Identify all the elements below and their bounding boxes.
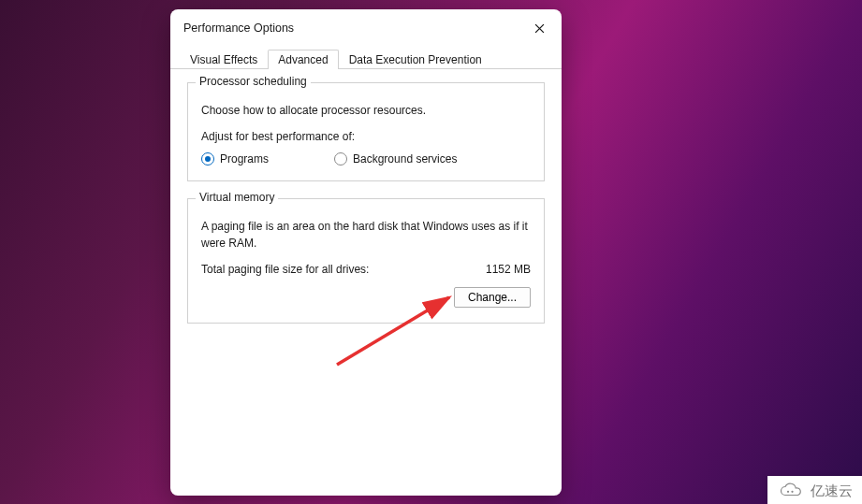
performance-options-dialog: Performance Options Visual Effects Advan… <box>170 9 562 496</box>
paging-total-label: Total paging file size for all drives: <box>201 263 369 276</box>
tab-panel-advanced: Processor scheduling Choose how to alloc… <box>170 69 562 337</box>
group-legend: Virtual memory <box>196 191 278 204</box>
paging-total-value: 1152 MB <box>486 263 531 276</box>
adjust-subhead: Adjust for best performance of: <box>201 130 531 143</box>
radio-background-label: Background services <box>353 152 457 166</box>
processor-scheduling-group: Processor scheduling Choose how to alloc… <box>187 82 545 181</box>
processor-desc: Choose how to allocate processor resourc… <box>201 102 531 119</box>
tab-strip: Visual Effects Advanced Data Execution P… <box>170 47 562 69</box>
radio-group-performance: Programs Background services <box>201 152 531 166</box>
vm-desc: A paging file is an area on the hard dis… <box>201 218 531 252</box>
close-button[interactable] <box>526 17 552 39</box>
tab-advanced[interactable]: Advanced <box>268 50 338 69</box>
dialog-title: Performance Options <box>183 22 294 35</box>
radio-dot-icon <box>201 152 214 166</box>
svg-point-1 <box>787 491 789 493</box>
group-legend: Processor scheduling <box>196 75 311 88</box>
radio-dot-icon <box>334 152 347 166</box>
titlebar: Performance Options <box>170 9 562 47</box>
svg-point-2 <box>791 491 793 493</box>
radio-programs[interactable]: Programs <box>201 152 269 166</box>
change-button[interactable]: Change... <box>454 287 531 308</box>
watermark-text: 亿速云 <box>811 482 853 500</box>
radio-programs-label: Programs <box>220 152 269 166</box>
tab-data-execution-prevention[interactable]: Data Execution Prevention <box>339 50 492 69</box>
paging-total-row: Total paging file size for all drives: 1… <box>201 263 531 276</box>
cloud-icon <box>777 482 805 500</box>
watermark: 亿速云 <box>767 476 862 504</box>
tab-visual-effects[interactable]: Visual Effects <box>180 50 268 69</box>
virtual-memory-group: Virtual memory A paging file is an area … <box>187 198 545 324</box>
close-icon <box>534 23 545 34</box>
radio-background-services[interactable]: Background services <box>334 152 457 166</box>
